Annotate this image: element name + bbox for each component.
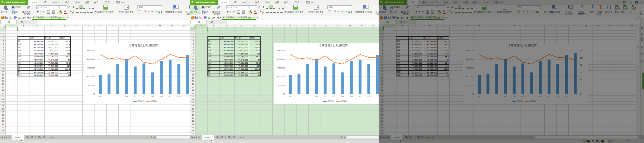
- svg-text:¥1,000,000: ¥1,000,000: [277, 76, 285, 77]
- svg-text:¥2,500,000: ¥2,500,000: [87, 50, 95, 52]
- svg-text:¥0: ¥0: [93, 93, 95, 95]
- svg-text:¥500,000: ¥500,000: [88, 85, 95, 86]
- svg-text:¥500,000: ¥500,000: [278, 85, 285, 86]
- svg-text:¥1,500,000: ¥1,500,000: [277, 67, 285, 69]
- svg-text:¥2,500,000: ¥2,500,000: [277, 50, 285, 52]
- svg-text:¥1,000,000: ¥1,000,000: [87, 76, 95, 77]
- svg-text:¥0: ¥0: [283, 93, 285, 95]
- svg-text:¥1,500,000: ¥1,500,000: [87, 67, 95, 69]
- svg-text:¥2,000,000: ¥2,000,000: [277, 59, 285, 60]
- svg-text:¥2,000,000: ¥2,000,000: [87, 59, 95, 60]
